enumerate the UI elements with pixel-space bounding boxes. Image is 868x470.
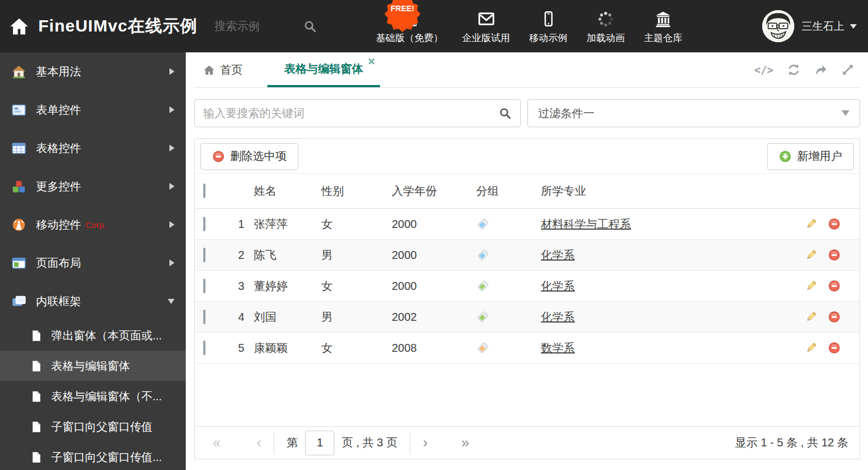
frames-icon [11,294,26,309]
major-link[interactable]: 材料科学与工程系 [541,218,631,230]
edit-pencil-icon[interactable] [805,342,817,354]
app-header: FineUIMvc在线示例 搜索示例 FREE! [0,0,868,52]
header-nav-label: 主题仓库 [644,32,682,44]
row-checkbox[interactable] [203,279,205,293]
delete-row-icon[interactable] [828,342,840,354]
last-page-button[interactable]: » [461,436,469,450]
cell-gender: 女 [321,341,392,356]
row-checkbox[interactable] [203,341,205,355]
header-nav-loading-animations[interactable]: 加载动画 [577,8,634,44]
pager-divider [410,432,410,454]
grid-panel: 删除选中项 新增用户 姓名 性别 入学年份 分组 所学专业 [194,138,860,459]
refresh-icon[interactable] [787,63,800,77]
header-search-icon[interactable] [303,20,317,33]
page-number-input[interactable]: 1 [305,431,334,455]
form-icon [11,102,26,118]
delete-row-icon[interactable] [828,218,840,230]
file-icon [30,330,42,342]
edit-pencil-icon[interactable] [805,249,817,261]
sidebar-item-grid-controls[interactable]: 表格控件 [0,129,186,167]
header-nav-theme-store[interactable]: 主题仓库 [634,8,692,44]
pagination-bar: « ‹ 第 1 页 , 共 3 页 › » 显示 1 - 5 条 , 共 12 … [195,426,860,459]
sidebar-subitem-child-to-parent-2[interactable]: 子窗口向父窗口传值... [0,442,186,470]
major-link[interactable]: 化学系 [541,249,575,261]
column-header-group[interactable]: 分组 [476,183,541,199]
sidebar-item-mobile-controls[interactable]: 移动控件 Corp. [0,205,186,244]
first-page-button[interactable]: « [213,436,221,450]
sidebar-item-label: 页面布局 [36,256,81,271]
row-checkbox[interactable] [203,248,205,262]
sidebar-subitem-popup-window[interactable]: 弹出窗体（本页面或... [0,320,186,351]
filter-dropdown-value: 过滤条件一 [538,106,594,121]
header-nav-label: 移动示例 [529,32,567,44]
sidebar-item-basic-usage[interactable]: 基本用法 [0,52,186,91]
sidebar-subitem-grid-edit-window[interactable]: 表格与编辑窗体 [0,351,186,381]
keyword-search-input[interactable]: 输入要搜索的关键词 [194,99,521,127]
filter-row: 输入要搜索的关键词 过滤条件一 [194,99,860,127]
expand-icon[interactable] [841,63,854,77]
sidebar-subitem-child-to-parent[interactable]: 子窗口向父窗口传值 [0,411,186,442]
column-header-major[interactable]: 所学专业 [541,183,727,199]
row-index: 4 [226,311,254,324]
spinner-icon [597,8,615,28]
major-link[interactable]: 化学系 [541,280,575,292]
tab-home[interactable]: 首页 [194,52,252,87]
row-checkbox[interactable] [203,217,205,231]
close-icon[interactable] [368,58,375,65]
file-icon [30,451,42,463]
layout-icon [11,256,26,271]
tab-strip: 首页 表格与编辑窗体 </> [194,52,860,88]
row-index: 1 [226,218,254,231]
major-link[interactable]: 数学系 [541,342,575,354]
user-menu[interactable]: 三生石上 [762,10,859,42]
cell-year: 2000 [392,218,476,231]
row-checkbox[interactable] [203,310,205,324]
cell-gender: 女 [321,279,392,294]
cell-name: 董婷婷 [254,279,321,294]
sidebar-item-label: 基本用法 [36,64,81,79]
major-link[interactable]: 化学系 [541,311,575,323]
select-all-checkbox[interactable] [203,183,205,198]
tab-grid-edit-window[interactable]: 表格与编辑窗体 [267,52,380,87]
file-icon [30,360,42,372]
column-header-year[interactable]: 入学年份 [392,183,476,199]
cell-year: 2000 [392,280,476,293]
sidebar-item-form-controls[interactable]: 表单控件 [0,91,186,129]
edit-pencil-icon[interactable] [805,311,817,323]
file-icon [30,421,42,433]
tag-icon [476,280,489,293]
plus-circle-icon [779,150,791,163]
pagination-summary: 显示 1 - 5 条 , 共 12 条 [735,435,848,450]
column-header-gender[interactable]: 性别 [321,183,392,199]
row-index: 2 [226,249,254,262]
prev-page-button[interactable]: ‹ [257,436,261,450]
chevron-down-icon [842,110,849,116]
main-content: 首页 表格与编辑窗体 </> [186,52,868,470]
sidebar-item-more-controls[interactable]: 更多控件 [0,167,186,205]
filter-dropdown[interactable]: 过滤条件一 [527,99,860,127]
chevron-right-icon [169,145,175,151]
chevron-right-icon [169,183,175,190]
delete-row-icon[interactable] [828,311,840,323]
table-row: 5 康颖颖 女 2008 数学系 [195,333,860,364]
sidebar-item-iframe[interactable]: 内联框架 [0,282,186,320]
chevron-right-icon [169,106,175,113]
header-nav-enterprise-trial[interactable]: 企业版试用 [453,8,520,44]
header-search[interactable]: 搜索示例 [214,19,317,34]
column-header-name[interactable]: 姓名 [254,183,321,199]
page-prefix-label: 第 [287,435,298,450]
delete-row-icon[interactable] [828,249,840,261]
delete-selected-button[interactable]: 删除选中项 [200,143,298,170]
sidebar-item-page-layout[interactable]: 页面布局 [0,244,186,282]
source-code-icon[interactable]: </> [754,64,773,76]
next-page-button[interactable]: › [423,436,427,450]
add-user-button[interactable]: 新增用户 [767,143,854,170]
share-arrow-icon[interactable] [814,63,827,77]
edit-pencil-icon[interactable] [805,218,817,230]
header-nav-mobile-demo[interactable]: 移动示例 [520,8,577,44]
search-icon[interactable] [499,107,512,120]
delete-row-icon[interactable] [828,280,840,292]
logo-home-icon[interactable] [9,16,29,37]
sidebar-subitem-grid-edit-window-2[interactable]: 表格与编辑窗体（不... [0,381,186,411]
edit-pencil-icon[interactable] [805,280,817,292]
